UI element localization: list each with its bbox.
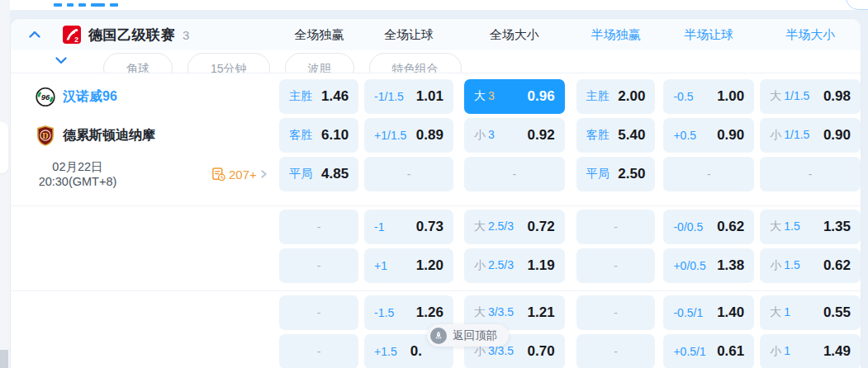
odds-cell-empty: - (760, 157, 861, 191)
back-to-top-label: 返回顶部 (453, 328, 497, 343)
side-panel-edge (0, 122, 8, 173)
group-separator (11, 205, 861, 206)
odds-cell-empty: - (576, 210, 656, 244)
odds-cell-ft-over-selected[interactable]: 大30.96 (464, 79, 565, 114)
away-team-logo-icon: D (36, 125, 55, 146)
away-team-name[interactable]: 德累斯顿迪纳摩 (63, 127, 155, 144)
odds-cell-empty: - (279, 295, 358, 330)
league-header: 2 德国乙级联赛 3 全场独赢 全场让球 全场大小 半场独赢 半场让球 半场大小 (11, 19, 861, 50)
markets-doc-clock-icon (211, 167, 225, 182)
odds-cell-ft-handicap-away[interactable]: +1/1.50.89 (364, 118, 453, 153)
page-left-strip (0, 0, 10, 368)
odds-cell-ht-under[interactable]: 小1.50.62 (760, 248, 861, 283)
column-header-ht-1x2[interactable]: 半场独赢 (576, 27, 656, 43)
league-match-count: 3 (183, 28, 189, 42)
odds-cell-ft-away-win[interactable]: 客胜6.10 (279, 118, 358, 153)
odds-cell-ft-handicap-home[interactable]: -10.73 (364, 210, 453, 244)
filter-chips-row: 角球 15分钟 波胆 特色组合 (11, 50, 861, 73)
svg-text:D: D (42, 130, 48, 139)
home-team-logo-icon: 96 (36, 87, 55, 107)
group-separator (11, 290, 861, 291)
expand-chevron-down-icon[interactable] (55, 54, 68, 67)
odds-cell-empty: - (663, 157, 754, 191)
odds-cell-ht-over[interactable]: 大1/1.50.98 (760, 79, 861, 114)
rocket-icon (430, 328, 447, 344)
collapse-chevron-up-icon[interactable] (28, 28, 41, 41)
column-header-ft-handicap[interactable]: 全场让球 (364, 27, 453, 43)
odds-cell-ft-home-win[interactable]: 主胜1.46 (279, 79, 358, 114)
home-team-info[interactable]: 96 汉诺威96 (11, 79, 269, 114)
svg-text:96: 96 (41, 92, 50, 101)
away-team-info[interactable]: D 德累斯顿迪纳摩 (11, 118, 269, 153)
odds-cell-ht-away-win[interactable]: 客胜5.40 (576, 118, 656, 153)
home-team-name[interactable]: 汉诺威96 (63, 88, 117, 106)
odds-cell-ft-handicap-away[interactable]: +11.20 (364, 248, 453, 283)
odds-row-draw: 02月22日 20:30(GMT+8) 207+ 平局4.85 - - 平局2.… (11, 157, 861, 191)
odds-row-line2-a: - -10.73 大2.5/30.72 - -0/0.50.62 大1.51.3… (11, 210, 861, 244)
column-header-ht-handicap[interactable]: 半场让球 (663, 27, 754, 43)
chip-special-combo[interactable]: 特色组合 (369, 53, 462, 73)
odds-cell-empty: - (576, 334, 656, 368)
odds-cell-ht-handicap-away[interactable]: +0.50.90 (663, 118, 754, 153)
odds-cell-ht-under[interactable]: 小1/1.50.90 (760, 118, 861, 153)
odds-cell-ht-over[interactable]: 大1.51.35 (760, 210, 861, 244)
chevron-right-icon (259, 170, 268, 179)
odds-cell-ft-draw[interactable]: 平局4.85 (279, 157, 358, 191)
odds-cell-ft-under[interactable]: 小30.92 (464, 118, 565, 153)
odds-cell-ft-over[interactable]: 大2.5/30.72 (464, 210, 565, 244)
odds-cell-empty: - (279, 210, 358, 244)
more-markets-count[interactable]: 207+ (229, 167, 257, 182)
match-meta: 02月22日 20:30(GMT+8) 207+ (11, 157, 269, 191)
odds-row-home: 96 汉诺威96 主胜1.46 -1/1.51.01 大30.96 主胜2.00… (11, 79, 861, 114)
league-name[interactable]: 德国乙级联赛 (88, 26, 175, 45)
back-to-top-button[interactable]: 返回顶部 (427, 324, 509, 347)
chip-correct-score[interactable]: 波胆 (285, 53, 354, 73)
odds-cell-ht-home-win[interactable]: 主胜2.00 (576, 79, 656, 114)
clipped-top-right-button[interactable] (846, 0, 868, 10)
odds-cell-empty: - (364, 157, 453, 191)
odds-cell-ht-draw[interactable]: 平局2.50 (576, 157, 656, 191)
league-logo-icon: 2 (63, 26, 81, 44)
odds-row-away: D 德累斯顿迪纳摩 客胜6.10 +1/1.50.89 小30.92 客胜5.4… (11, 118, 861, 153)
chip-15min[interactable]: 15分钟 (187, 53, 270, 73)
more-markets-link[interactable]: 207+ (211, 167, 268, 182)
odds-cell-ht-handicap-home[interactable]: -0.51.00 (663, 79, 754, 114)
column-header-ft-overunder[interactable]: 全场大小 (464, 27, 565, 43)
odds-cell-empty: - (576, 248, 656, 283)
column-header-ht-overunder[interactable]: 半场大小 (760, 27, 861, 43)
odds-cell-ht-handicap-home[interactable]: -0.5/11.40 (663, 295, 754, 330)
chip-corners[interactable]: 角球 (103, 53, 173, 73)
odds-cell-ft-handicap-home[interactable]: -1/1.51.01 (364, 79, 453, 114)
clipped-header-text (54, 3, 123, 18)
clipped-top-bar (10, 0, 868, 10)
scrollbar-thumb[interactable] (0, 350, 8, 368)
odds-cell-empty: - (279, 248, 358, 283)
odds-cell-ht-handicap-away[interactable]: +0.5/10.61 (663, 334, 754, 368)
league-odds-card: 2 德国乙级联赛 3 全场独赢 全场让球 全场大小 半场独赢 半场让球 半场大小… (10, 18, 861, 368)
svg-text:2: 2 (74, 35, 78, 44)
odds-cell-empty: - (279, 334, 358, 368)
odds-cell-ft-under[interactable]: 小2.5/31.19 (464, 248, 565, 283)
odds-cell-empty: - (576, 295, 656, 330)
match-datetime: 02月22日 20:30(GMT+8) (38, 159, 117, 189)
odds-cell-ht-handicap-home[interactable]: -0/0.50.62 (663, 210, 754, 244)
odds-cell-empty: - (464, 157, 565, 191)
odds-row-line2-b: - +11.20 小2.5/31.19 - +0/0.51.38 小1.50.6… (11, 248, 861, 283)
column-header-ft-1x2[interactable]: 全场独赢 (279, 27, 358, 43)
odds-cell-ht-under[interactable]: 小11.49 (760, 334, 861, 368)
odds-cell-ht-over[interactable]: 大10.55 (760, 295, 861, 330)
odds-cell-ht-handicap-away[interactable]: +0/0.51.38 (663, 248, 754, 283)
